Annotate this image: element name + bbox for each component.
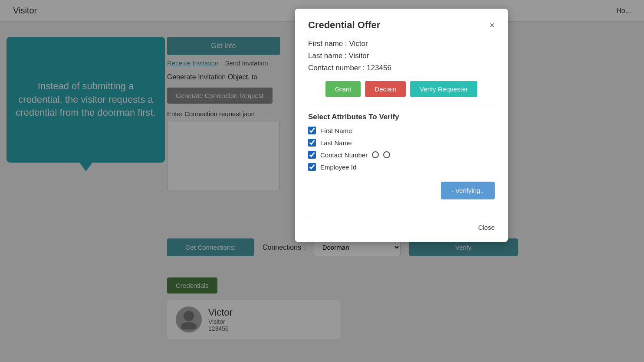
- attr-row-last-name: Last Name: [308, 139, 495, 147]
- modal-footer: Close: [308, 217, 495, 231]
- contact-info: Contact number : 123456: [308, 64, 495, 72]
- verifying-button[interactable]: · Verifying..: [441, 182, 495, 199]
- divider: [308, 106, 495, 106]
- verify-section: · Verifying..: [308, 177, 495, 199]
- modal-title: Credential Offer: [308, 20, 380, 31]
- declain-button[interactable]: Declain: [365, 81, 406, 97]
- attr-label-first-name: First Name: [320, 127, 352, 134]
- radio-circle-2: [383, 151, 390, 158]
- attr-row-contact-number: Contact Number: [308, 151, 495, 159]
- modal-header: Credential Offer ×: [308, 20, 495, 31]
- attr-label-contact-number: Contact Number: [320, 151, 368, 159]
- first-name-info: First name : Victor: [308, 39, 495, 48]
- grant-button[interactable]: Grant: [325, 81, 361, 97]
- credential-offer-modal: Credential Offer × First name : Victor L…: [295, 9, 508, 242]
- last-name-info: Last name : Visitor: [308, 52, 495, 60]
- attr-row-first-name: First Name: [308, 127, 495, 134]
- modal-close-button[interactable]: ×: [490, 21, 495, 29]
- select-attributes-title: Select Attributes To Verify: [308, 113, 495, 121]
- attr-label-employee-id: Employee Id: [320, 163, 356, 171]
- attr-label-last-name: Last Name: [320, 139, 352, 147]
- radio-circle-1: [372, 151, 379, 158]
- attr-checkbox-first-name[interactable]: [308, 127, 316, 134]
- attr-row-employee-id: Employee Id: [308, 163, 495, 171]
- modal-actions: Grant Declain Verify Requester: [308, 81, 495, 97]
- modal-info: First name : Victor Last name : Visitor …: [308, 39, 495, 72]
- modal-footer-close-button[interactable]: Close: [478, 224, 495, 231]
- attr-checkbox-contact-number[interactable]: [308, 151, 316, 159]
- attr-checkbox-last-name[interactable]: [308, 139, 316, 147]
- verify-requester-button[interactable]: Verify Requester: [410, 81, 477, 97]
- attr-checkbox-employee-id[interactable]: [308, 163, 316, 171]
- attributes-list: First Name Last Name Contact Number Empl…: [308, 127, 495, 171]
